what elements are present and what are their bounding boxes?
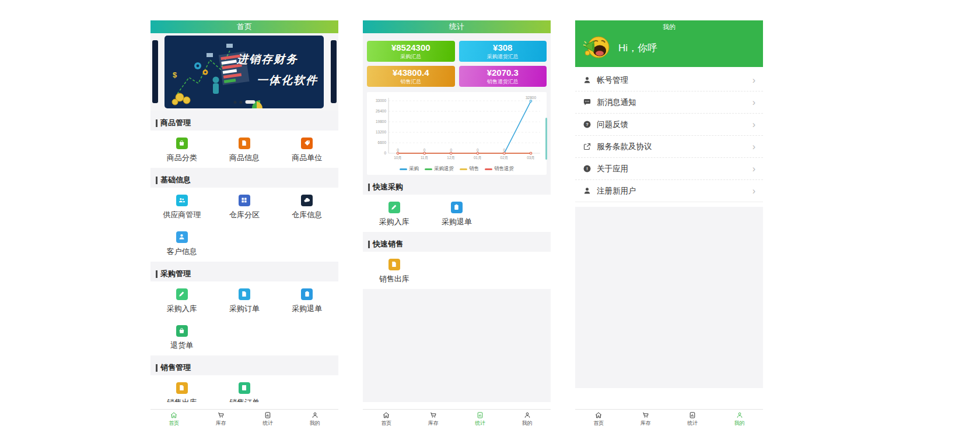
tab-mine[interactable]: 我的 <box>504 410 551 427</box>
app-shortcut[interactable]: 退货单 <box>150 322 213 354</box>
person-icon <box>736 411 744 419</box>
cloud-icon <box>303 196 311 204</box>
tab-bar: 首页 库存 统计 我的 <box>363 409 551 427</box>
banner-slide[interactable]: $ <box>164 36 324 108</box>
menu-label: 注册新用户 <box>597 186 752 196</box>
doc-icon <box>178 384 186 392</box>
app-shortcut[interactable]: 仓库分区 <box>213 191 275 223</box>
tab-inventory[interactable]: 库存 <box>198 410 245 427</box>
svg-text:12月: 12月 <box>447 156 455 160</box>
settings-list: 帐号管理› 新消息通知› 问题反馈› 服务条款及协议› 关于应用› 注册新用户› <box>575 67 763 202</box>
menu-item-about[interactable]: 关于应用› <box>575 158 763 180</box>
menu-item-account[interactable]: 帐号管理› <box>575 69 763 91</box>
app-shortcut[interactable]: 仓库信息 <box>276 191 338 223</box>
app-shortcut[interactable]: 商品信息 <box>213 134 275 166</box>
tab-statistics[interactable]: 统计 <box>669 410 716 427</box>
section-title-quick-sale: 快速销售 <box>363 237 551 252</box>
legend-item: 销售退货 <box>485 165 514 172</box>
app-shortcut[interactable]: 销售出库 <box>150 379 213 402</box>
app-shortcut[interactable]: 销售订单 <box>213 379 275 402</box>
app-shortcut[interactable]: 商品单位 <box>276 134 338 166</box>
legend-swatch-icon <box>485 168 492 170</box>
chart-icon <box>688 411 696 419</box>
app-shortcut[interactable]: 采购入库 <box>150 285 213 317</box>
tab-statistics[interactable]: 统计 <box>244 410 292 427</box>
tab-statistics[interactable]: 统计 <box>457 410 504 427</box>
grid-basic: 供应商管理仓库分区仓库信息客户信息 <box>150 188 338 262</box>
stat-value: ¥8524300 <box>391 43 430 52</box>
user-icon <box>583 76 592 84</box>
menu-item-terms[interactable]: 服务条款及协议› <box>575 136 763 158</box>
book-icon <box>240 384 248 392</box>
app-shortcut[interactable]: 采购退单 <box>425 198 488 230</box>
info-circle-icon <box>583 164 592 173</box>
carousel-dot[interactable] <box>233 101 236 104</box>
svg-text:0: 0 <box>450 148 452 152</box>
banner-prev-slide[interactable] <box>152 40 158 103</box>
tab-inventory[interactable]: 库存 <box>622 410 670 427</box>
shortcut-label: 采购退单 <box>442 217 472 227</box>
cart-icon <box>217 411 225 419</box>
carousel-dot[interactable] <box>239 101 242 104</box>
chevron-right-icon: › <box>752 186 755 196</box>
tab-home[interactable]: 首页 <box>363 410 410 427</box>
menu-item-notifications[interactable]: 新消息通知› <box>575 91 763 114</box>
menu-label: 关于应用 <box>597 164 752 174</box>
stat-card[interactable]: ¥43800.4销售汇总 <box>367 66 455 87</box>
carousel-dots[interactable] <box>233 100 255 104</box>
chart-scrollbar[interactable] <box>545 118 547 160</box>
app-shortcut[interactable]: 客户信息 <box>150 228 213 260</box>
banner-line1: 进销存财务 <box>237 52 318 67</box>
menu-item-register[interactable]: 注册新用户› <box>575 180 763 202</box>
tab-home[interactable]: 首页 <box>150 410 198 427</box>
stat-card[interactable]: ¥8524300采购汇总 <box>367 41 455 62</box>
stat-card[interactable]: ¥308采购退货汇总 <box>459 41 547 62</box>
shortcut-tile <box>451 202 463 213</box>
section-title-sales: 销售管理 <box>150 360 338 375</box>
svg-text:13200: 13200 <box>376 130 386 134</box>
svg-text:33000: 33000 <box>376 98 386 103</box>
people-icon <box>178 196 186 204</box>
shortcut-tile <box>301 138 313 149</box>
shortcut-label: 采购入库 <box>379 217 410 227</box>
carousel-dot-active[interactable] <box>245 100 255 104</box>
tab-mine[interactable]: 我的 <box>716 410 764 427</box>
app-shortcut[interactable]: 采购退单 <box>276 285 338 317</box>
app-shortcut[interactable]: 销售出库 <box>363 255 425 287</box>
tab-mine[interactable]: 我的 <box>292 410 339 427</box>
tab-home[interactable]: 首页 <box>575 410 622 427</box>
page-title: 我的 <box>575 23 763 31</box>
tab-label: 我的 <box>522 420 533 427</box>
banner-carousel[interactable]: $ <box>150 33 338 111</box>
grid-products: 商品分类商品信息商品单位 <box>150 131 338 168</box>
legend-item: 采购 <box>400 165 419 172</box>
section-title-text: 销售管理 <box>160 362 191 373</box>
tab-inventory[interactable]: 库存 <box>410 410 457 427</box>
app-shortcut[interactable]: 采购订单 <box>213 285 275 317</box>
shortcut-label: 销售出库 <box>167 397 197 403</box>
shortcut-label: 客户信息 <box>167 246 197 257</box>
doc-icon <box>240 139 248 147</box>
trend-chart-card: 066001320019800264003300010月11月12月01月02月… <box>367 92 547 175</box>
app-shortcut[interactable]: 供应商管理 <box>150 191 213 223</box>
app-shortcut[interactable]: 商品分类 <box>150 134 213 166</box>
tab-bar: 首页 库存 统计 我的 <box>150 409 338 427</box>
trend-line-chart[interactable]: 066001320019800264003300010月11月12月01月02月… <box>368 95 546 165</box>
app-shortcut[interactable]: 采购入库 <box>363 198 425 230</box>
banner-next-slide[interactable] <box>331 40 337 103</box>
grid-sales: 销售出库销售订单 <box>150 375 338 402</box>
shortcut-tile <box>176 288 188 300</box>
greeting-text: Hi，你呼 <box>618 41 657 55</box>
screen-mine: 我的 Hi，你呼 帐号管理› 新消息通知› 问题反馈› 服务条款及协议› 关于应… <box>575 20 763 427</box>
menu-label: 新消息通知 <box>597 97 752 108</box>
stat-card[interactable]: ¥2070.3销售退货汇总 <box>459 66 547 87</box>
shortcut-label: 仓库信息 <box>292 210 322 220</box>
menu-item-feedback[interactable]: 问题反馈› <box>575 114 763 136</box>
cart-icon <box>642 411 650 419</box>
legend-item: 采购退货 <box>425 165 454 172</box>
summary-cards: ¥8524300采购汇总¥308采购退货汇总¥43800.4销售汇总¥2070.… <box>363 33 551 92</box>
legend-label: 采购 <box>409 165 419 172</box>
section-title-quick-purchase: 快速采购 <box>363 179 551 195</box>
avatar[interactable] <box>583 33 611 61</box>
external-link-icon <box>583 142 592 151</box>
